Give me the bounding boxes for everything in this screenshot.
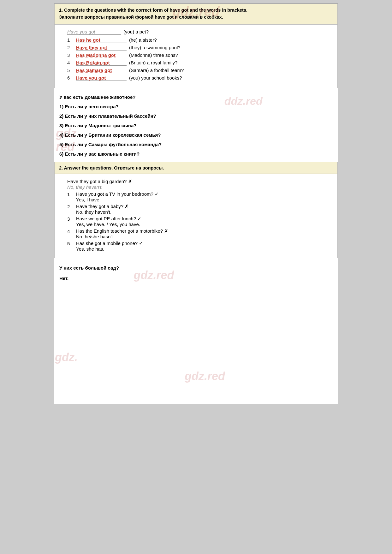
ex2-q-3: Have we got PE after lunch? ✓: [76, 216, 331, 222]
row-num-1: 1: [67, 37, 75, 43]
answer-2: Have they got: [76, 45, 127, 51]
ex2-q-2: Have they got a baby? ✗: [76, 204, 331, 209]
ex2-example: Have they got a big garden? ✗ No, they h…: [67, 179, 331, 190]
trans1-1: 1) Есть ли у него сестра?: [59, 102, 333, 111]
trans1-5: 5) Есть ли у Самары футбольная команда?: [59, 140, 333, 149]
exercise-row-4: 4 Has Britain got (Britain) a royal fami…: [67, 60, 331, 66]
ex2-content-2: Have they got a baby? ✗ No, they haven't…: [76, 204, 331, 215]
section1-header-ru: Заполните вопросы правильной формой have…: [59, 15, 223, 20]
exercise1-box: Have you got (you) a pet? 1 Has he got (…: [54, 24, 338, 88]
ex2-row-3: 3 Have we got PE after lunch? ✓ Yes, we …: [67, 216, 331, 227]
example-row: Have you got (you) a pet?: [67, 29, 331, 35]
watermark-mid4: gdz.: [55, 351, 78, 364]
trans1-3: 3) Есть ли у Мадонны три сына?: [59, 121, 333, 130]
exercise-row-1: 1 Has he got (he) a sister?: [67, 37, 331, 43]
answer-5: Has Samara got: [76, 68, 127, 73]
answer-3: Has Madonna got: [76, 52, 127, 58]
exercise2-box: Have they got a big garden? ✗ No, they h…: [54, 174, 338, 258]
ex2-num-2: 2: [67, 204, 76, 209]
ex2-example-a: No, they haven't.: [67, 184, 130, 190]
ex2-num-1: 1: [67, 191, 76, 197]
ex2-q-4: Has the English teacher got a motorbike?…: [76, 228, 331, 234]
question-2: (they) a swimming pool?: [129, 45, 181, 50]
exercise-row-5: 5 Has Samara got (Samara) a football tea…: [67, 68, 331, 73]
section2-translations: У них есть большой сад? Нет.: [54, 258, 338, 287]
answer-6: Have you got: [76, 75, 127, 81]
ex2-a-4: No, he/she hasn't.: [76, 234, 114, 239]
question-6: (you) your school books?: [129, 75, 182, 80]
trans2-0: У них есть большой сад?: [59, 263, 333, 273]
ex2-content-5: Has she got a mobile phone? ✓ Yes, she h…: [76, 241, 331, 252]
example-question: (you) a pet?: [123, 29, 149, 34]
ex2-a-2: No, they haven't.: [76, 209, 111, 215]
trans1-0: У вас есть домашнее животное?: [59, 92, 333, 102]
question-1: (he) a sister?: [129, 37, 157, 43]
trans1-4: 4) Есть ли у Британии королевская семья?: [59, 130, 333, 140]
row-num-2: 2: [67, 45, 75, 50]
ex2-row-2: 2 Have they got a baby? ✗ No, they haven…: [67, 204, 331, 215]
trans1-2: 2) Есть ли у них плавательный бассейн?: [59, 111, 333, 121]
ex2-content-4: Has the English teacher got a motorbike?…: [76, 228, 331, 239]
trans2-1: Нет.: [59, 273, 333, 283]
section1-translations: У вас есть домашнее животное? 1) Есть ли…: [54, 88, 338, 162]
trans1-6: 6) Есть ли у вас школьные книги?: [59, 149, 333, 159]
exercise-row-3: 3 Has Madonna got (Madonna) three sons?: [67, 52, 331, 58]
ex2-example-q: Have they got a big garden? ✗: [67, 179, 331, 184]
row-num-6: 6: [67, 75, 75, 80]
question-5: (Samara) a football team?: [129, 68, 184, 73]
question-4: (Britain) a royal family?: [129, 60, 177, 65]
answer-1: Has he got: [76, 37, 127, 43]
section2-header: 2. Answer the questions. Ответьте на воп…: [54, 162, 338, 174]
row-num-4: 4: [67, 60, 75, 65]
ex2-a-1: Yes, I have.: [76, 197, 101, 202]
answer-4: Has Britain got: [76, 60, 127, 66]
ex2-row-1: 1 Have you got a TV in your bedroom? ✓ Y…: [67, 191, 331, 202]
ex2-a-5: Yes, she has.: [76, 246, 104, 252]
section1-header-en: 1. Complete the questions with the corre…: [59, 8, 247, 13]
ex2-q-5: Has she got a mobile phone? ✓: [76, 241, 331, 246]
example-answer: Have you got: [67, 29, 121, 35]
ex2-num-5: 5: [67, 241, 76, 246]
ex2-a-3: Yes, we have. / Yes, you have.: [76, 222, 140, 227]
ex2-row-5: 5 Has she got a mobile phone? ✓ Yes, she…: [67, 241, 331, 252]
ex2-content-1: Have you got a TV in your bedroom? ✓ Yes…: [76, 191, 331, 202]
ex2-num-4: 4: [67, 228, 76, 234]
row-num-3: 3: [67, 52, 75, 58]
section1-header: 1. Complete the questions with the corre…: [54, 3, 338, 24]
row-num-5: 5: [67, 68, 75, 73]
ex2-row-4: 4 Has the English teacher got a motorbik…: [67, 228, 331, 239]
watermark-mid5: gdz.red: [185, 370, 225, 383]
exercise-row-6: 6 Have you got (you) your school books?: [67, 75, 331, 81]
exercise-row-2: 2 Have they got (they) a swimming pool?: [67, 45, 331, 51]
section2-header-text: 2. Answer the questions. Ответьте на воп…: [59, 165, 164, 170]
ex2-q-1: Have you got a TV in your bedroom? ✓: [76, 191, 331, 197]
page: gdz.red ddz.red gdzred gdz.red gdz. gdz.…: [54, 3, 338, 404]
question-3: (Madonna) three sons?: [129, 52, 178, 58]
ex2-content-3: Have we got PE after lunch? ✓ Yes, we ha…: [76, 216, 331, 227]
ex2-num-3: 3: [67, 216, 76, 222]
